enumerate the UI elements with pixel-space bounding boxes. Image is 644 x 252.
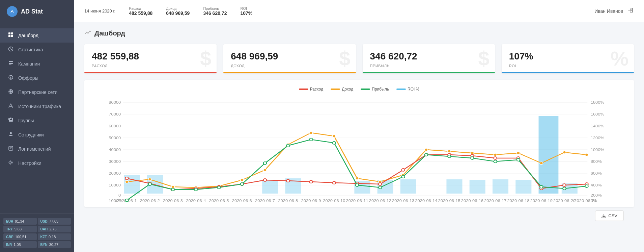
svg-rect-74 [400,179,416,194]
offers-icon: $ [7,75,14,81]
stat-card-label: ПРИБЫЛЬ [370,64,487,68]
stat-cards: 482 559,88 РАСХОД $ 648 969,59 ДОХОД $ 3… [84,44,634,73]
svg-point-134 [379,186,382,189]
svg-point-113 [379,183,382,185]
svg-text:1400%: 1400% [591,124,605,128]
currency-value: 30,27 [49,243,59,247]
csv-button-row: CSV [84,207,634,224]
chart-legend: Расход Доход Прибыль ROI % [91,87,627,92]
sidebar-item-label: Источники трафика [18,104,61,109]
sidebar-item-offers[interactable]: $ Офферы [0,71,74,85]
legend-label-income: Доход [342,87,353,92]
svg-point-110 [309,180,312,183]
employees-icon [7,131,14,138]
svg-point-123 [125,199,128,202]
svg-rect-13 [10,118,11,119]
csv-download-button[interactable]: CSV [595,210,624,221]
currency-kzt: KZT 0,18 [38,233,71,240]
sidebar-item-dashboard[interactable]: Дашборд [0,28,74,43]
campaigns-icon [7,60,14,67]
sidebar-item-employees[interactable]: Сотрудники [0,128,74,142]
svg-rect-78 [515,180,531,194]
chart-area: .grid-line { stroke: #eee; stroke-width:… [91,96,627,204]
roi-bg-icon: % [611,49,628,69]
header-stat-income: Доход 648 969,59 [166,6,190,16]
svg-point-121 [563,184,566,186]
legend-color-income [331,89,340,90]
user-name: Иван Иванов [594,8,623,14]
svg-text:2020-06-16: 2020-06-16 [461,199,484,203]
svg-rect-1 [8,32,10,34]
sidebar-item-label: Настройки [18,160,41,166]
svg-point-94 [425,148,428,151]
stat-card-label: ДОХОД [231,64,348,68]
legend-label-roi: ROI % [408,87,419,92]
sidebar-item-label: Сотрудники [18,132,44,137]
sidebar-item-traffic[interactable]: Источники трафика [0,99,74,114]
sidebar-item-changelog[interactable]: Лог изменений [0,142,74,156]
currency-usd: USD 77,03 [38,218,71,225]
currency-inr: INR 1,05 [3,241,37,248]
stat-card-expense: 482 559,88 РАСХОД $ [84,44,217,73]
svg-point-129 [263,162,267,165]
svg-text:2020-06-6: 2020-06-6 [232,199,252,203]
svg-rect-14 [12,118,13,120]
sidebar-item-label: Партнерские сети [18,90,57,95]
svg-point-82 [148,178,151,181]
currency-value: 2,73 [49,227,56,231]
sidebar-item-networks[interactable]: Партнерские сети [0,85,74,99]
sidebar-item-label: Дашборд [18,33,38,38]
svg-text:2020-06-10: 2020-06-10 [323,199,345,203]
profit-bg-icon: $ [478,49,489,69]
svg-text:200%: 200% [591,193,602,198]
sidebar-item-settings[interactable]: Настройки [0,156,74,170]
app-name: AD Stat [21,8,43,15]
svg-point-114 [401,169,404,171]
stat-card-value: 648 969,59 [231,51,348,62]
logout-icon[interactable] [627,7,634,15]
chart-svg: .grid-line { stroke: #eee; stroke-width:… [91,96,627,204]
legend-color-expense [299,89,308,90]
logo-icon [7,6,18,17]
svg-point-18 [10,162,12,163]
svg-point-132 [333,142,336,144]
svg-rect-77 [493,179,508,194]
sidebar-logo: AD Stat [0,0,74,23]
svg-point-130 [286,144,289,147]
sidebar-item-campaigns[interactable]: Кампании [0,57,74,71]
svg-text:2020-06-19: 2020-06-19 [530,199,553,203]
svg-text:2020-06-15: 2020-06-15 [438,199,461,203]
sidebar-item-groups[interactable]: Группы [0,114,74,128]
svg-text:2020-06-2: 2020-06-2 [140,199,160,203]
header-user: Иван Иванов [594,7,634,15]
stat-card-value: 107% [509,51,626,62]
header-stat-roi: ROI 107% [240,6,252,16]
svg-point-16 [10,132,12,134]
svg-text:1000%: 1000% [591,148,605,152]
currency-grid: EUR 91,34 USD 77,03 TRY 9,83 UAH 2,73 GB… [0,213,74,252]
top-header: 14 июня 2020 г. Расход 482 559,88 Доход … [74,0,644,22]
svg-text:800%: 800% [591,159,602,164]
page-title-icon [84,29,91,37]
currency-value: 77,03 [49,219,59,223]
sidebar-item-statistics[interactable]: Статистика [0,43,74,57]
currency-uah: UAH 2,73 [38,226,71,232]
sidebar-item-label: Статистика [18,47,43,52]
stat-card-label: РАСХОД [92,64,209,68]
svg-rect-17 [9,146,13,150]
svg-point-81 [125,180,128,183]
svg-point-91 [356,177,359,180]
svg-text:20000: 20000 [109,171,121,176]
currency-code: EUR [6,220,13,223]
sidebar-item-label: Офферы [18,75,38,81]
currency-code: UAH [40,227,48,231]
svg-point-83 [171,185,174,188]
svg-point-131 [309,138,312,141]
svg-text:60000: 60000 [109,124,121,128]
svg-point-95 [448,150,451,153]
traffic-icon [7,103,14,110]
svg-text:2020-06-3: 2020-06-3 [163,199,183,203]
svg-point-127 [217,186,220,189]
svg-point-87 [263,169,267,171]
dashboard-icon [7,32,14,39]
